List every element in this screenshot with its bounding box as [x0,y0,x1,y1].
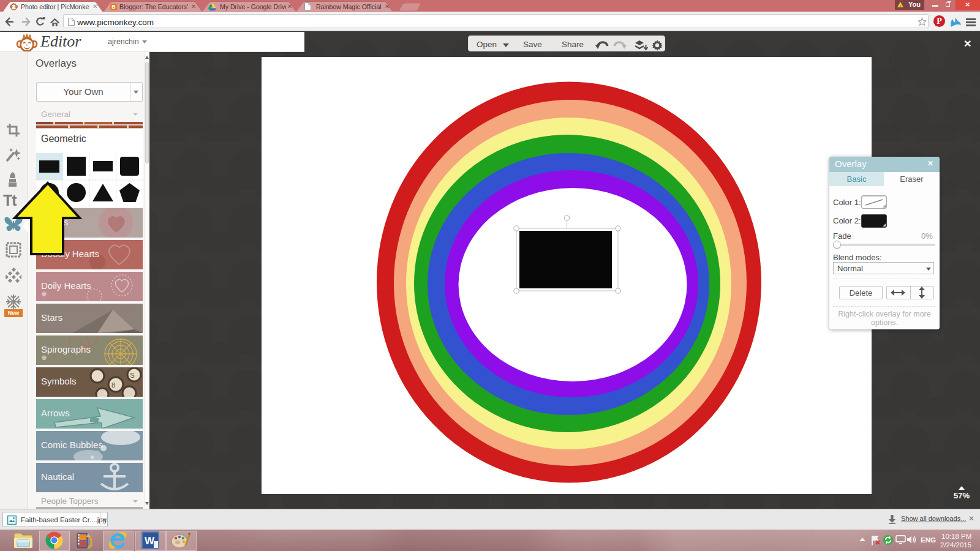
svg-text:S: S [130,372,134,379]
svg-text:W: W [145,535,155,547]
svg-text:8: 8 [111,381,115,389]
